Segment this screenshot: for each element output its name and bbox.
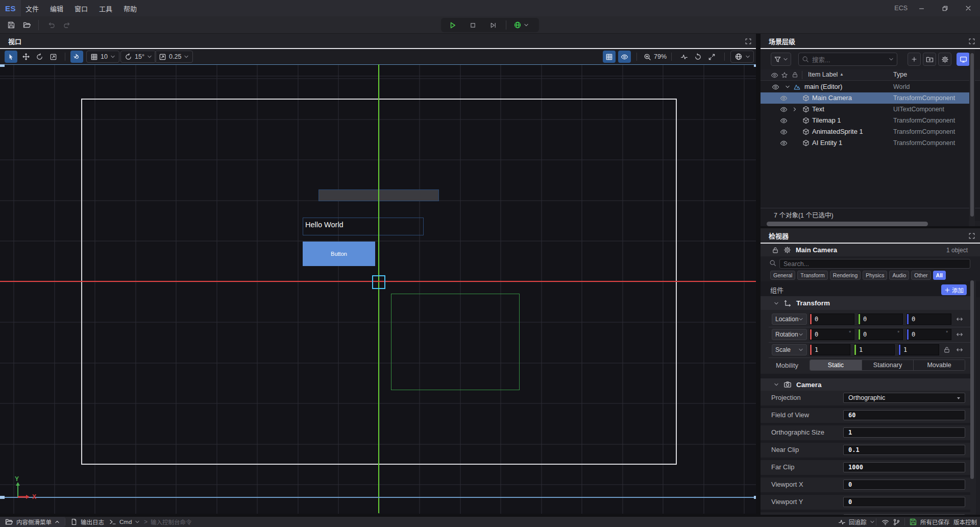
hierarchy-settings-button[interactable]: [938, 53, 951, 66]
viewport-y-input[interactable]: 0: [843, 497, 965, 507]
fit-view-button[interactable]: [705, 51, 718, 63]
close-button[interactable]: [957, 0, 980, 16]
menu-2[interactable]: 编辑: [44, 0, 69, 16]
zoom-indicator[interactable]: 79%: [644, 51, 667, 63]
hierarchy-scrollbar-thumb[interactable]: [970, 53, 974, 217]
grid-snap-dropdown[interactable]: 10: [86, 51, 119, 63]
visibility-column-icon[interactable]: [771, 71, 778, 79]
hierarchy-row-tilemap-1[interactable]: Tilemap 1TransformComponent: [761, 115, 969, 126]
rotation-z-field[interactable]: 0°: [906, 329, 951, 340]
scene-ui-button[interactable]: Button: [303, 242, 375, 266]
hierarchy-row-ai-entity-1[interactable]: AI Entity 1TransformComponent: [761, 137, 969, 149]
visibility-eye-icon[interactable]: [780, 117, 788, 125]
scale-mode-dropdown[interactable]: Scale: [772, 344, 807, 355]
ruler-cap[interactable]: [754, 64, 756, 67]
hierarchy-row-animatedsprite-1[interactable]: AnimatedSprite 1TransformComponent: [761, 126, 969, 137]
scale-snap-dropdown[interactable]: 0.25: [155, 51, 193, 63]
ruler-cap[interactable]: [754, 496, 756, 499]
lock-column-icon[interactable]: [792, 71, 798, 78]
rotation-mode-dropdown[interactable]: Rotation: [772, 329, 807, 340]
object-settings-icon[interactable]: [783, 246, 791, 254]
rotation-y-field[interactable]: 0°: [858, 329, 903, 340]
menu-4[interactable]: 工具: [93, 0, 118, 16]
network-status[interactable]: [881, 517, 889, 527]
rotate-tool-button[interactable]: [33, 51, 46, 63]
scale-tool-button[interactable]: [47, 51, 60, 63]
scene-canvas[interactable]: Hello World Button Y X: [0, 64, 756, 514]
visibility-eye-icon[interactable]: [780, 94, 788, 102]
field-of-view-input[interactable]: 60: [843, 410, 965, 420]
hierarchy-row-main-camera[interactable]: Main CameraTransformComponent: [761, 92, 969, 104]
tab-audio[interactable]: Audio: [889, 271, 909, 280]
hierarchy-search-input[interactable]: 搜索...: [798, 53, 897, 66]
hierarchy-horizontal-scrollbar[interactable]: [761, 221, 969, 226]
reset-values-icon[interactable]: [956, 331, 963, 338]
viewport-x-input[interactable]: 0: [843, 480, 965, 490]
hierarchy-row-main-editor-[interactable]: main (Editor)World: [761, 81, 969, 92]
sort-ascending-icon[interactable]: ▲: [840, 72, 844, 77]
transform-section-header[interactable]: Transform: [761, 296, 970, 310]
restore-button[interactable]: [933, 0, 957, 16]
chevron-down-icon[interactable]: [785, 84, 790, 89]
scale-y-field[interactable]: 1: [854, 344, 895, 355]
version-control-button[interactable]: 版本控制: [953, 517, 977, 527]
scale-z-field[interactable]: 1: [898, 344, 939, 355]
location-y-field[interactable]: 0: [858, 314, 903, 325]
tab-all[interactable]: All: [933, 271, 946, 280]
menu-3[interactable]: 窗口: [69, 0, 93, 16]
output-log-button[interactable]: 输出日志: [70, 517, 104, 527]
git-branch-button[interactable]: [893, 517, 900, 527]
type-column-header[interactable]: Type: [893, 71, 907, 78]
tab-rendering[interactable]: Rendering: [830, 271, 861, 280]
mobility-option-static[interactable]: Static: [810, 360, 862, 370]
ruler-cap[interactable]: [0, 64, 5, 67]
reset-values-icon[interactable]: [956, 346, 963, 353]
orthographic-size-input[interactable]: 1: [843, 427, 965, 438]
projection-dropdown[interactable]: Orthographic: [843, 393, 965, 403]
visibility-eye-icon[interactable]: [780, 128, 788, 136]
snap-toggle-button[interactable]: [70, 51, 83, 63]
reset-view-button[interactable]: [692, 51, 704, 63]
inspector-panel-title[interactable]: 检视器: [769, 228, 789, 243]
mobility-option-movable[interactable]: Movable: [913, 360, 965, 370]
filter-button[interactable]: [771, 53, 791, 66]
visibility-eye-icon[interactable]: [780, 139, 788, 147]
select-tool-button[interactable]: [5, 51, 17, 63]
inspector-search-input[interactable]: Search...: [779, 259, 970, 269]
runtime-view-button[interactable]: [957, 53, 970, 66]
hello-world-text[interactable]: Hello World: [303, 218, 424, 235]
camera-section-header[interactable]: Camera: [761, 378, 970, 391]
section-collapse-icon[interactable]: [774, 301, 779, 306]
launch-target-dropdown[interactable]: [511, 18, 531, 32]
world-dropdown[interactable]: [730, 51, 754, 63]
section-collapse-icon[interactable]: [774, 382, 779, 387]
content-drawer-button[interactable]: 内容侧滑菜单: [0, 517, 65, 527]
angle-snap-dropdown[interactable]: 15°: [120, 51, 156, 63]
ruler-cap[interactable]: [0, 496, 5, 499]
console-command-input[interactable]: > 输入控制台命令: [144, 517, 192, 527]
stats-button[interactable]: [678, 51, 691, 63]
add-folder-button[interactable]: [923, 53, 936, 66]
trace-dropdown[interactable]: 回追踪: [838, 517, 875, 527]
step-button[interactable]: [486, 18, 500, 32]
viewport-expand-icon[interactable]: [744, 37, 752, 45]
stop-button[interactable]: [466, 18, 479, 32]
visibility-eye-icon[interactable]: [780, 106, 788, 113]
app-logo[interactable]: ES: [0, 0, 21, 16]
add-component-button[interactable]: 添加: [941, 284, 967, 295]
mobility-option-stationary[interactable]: Stationary: [862, 360, 913, 370]
chevron-right-icon[interactable]: [792, 107, 797, 112]
near-clip-input[interactable]: 0.1: [843, 445, 965, 455]
minimize-button[interactable]: [910, 0, 933, 16]
hierarchy-panel-title[interactable]: 场景层级: [769, 34, 795, 48]
rotation-x-field[interactable]: 0°: [810, 329, 854, 340]
play-button[interactable]: [446, 18, 459, 32]
menu-1[interactable]: 文件: [20, 0, 44, 16]
unlock-icon[interactable]: [772, 247, 779, 254]
favorite-column-icon[interactable]: [781, 71, 788, 79]
inspector-scrollbar-thumb[interactable]: [970, 280, 974, 479]
open-folder-button[interactable]: [20, 18, 34, 32]
cmd-dropdown[interactable]: Cmd: [109, 517, 140, 527]
save-button[interactable]: [5, 18, 18, 32]
visibility-eye-icon[interactable]: [772, 83, 779, 91]
